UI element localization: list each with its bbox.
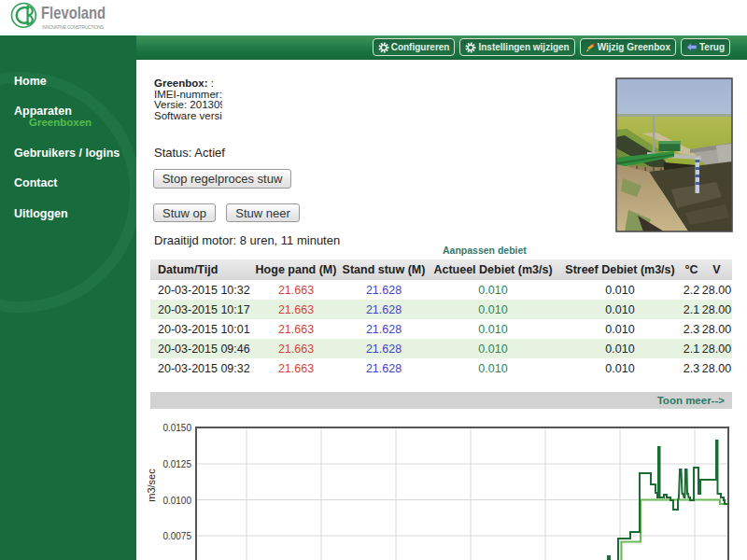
svg-text:0.0125: 0.0125 — [162, 459, 191, 469]
svg-text:m3/sec: m3/sec — [146, 469, 157, 502]
svg-text:0.0150: 0.0150 — [162, 423, 191, 433]
svg-text:INNOVATIVE CONSTRUCTIONS: INNOVATIVE CONSTRUCTIONS — [42, 24, 105, 30]
svg-text:0.0075: 0.0075 — [162, 531, 191, 541]
svg-text:0.0100: 0.0100 — [162, 496, 191, 506]
